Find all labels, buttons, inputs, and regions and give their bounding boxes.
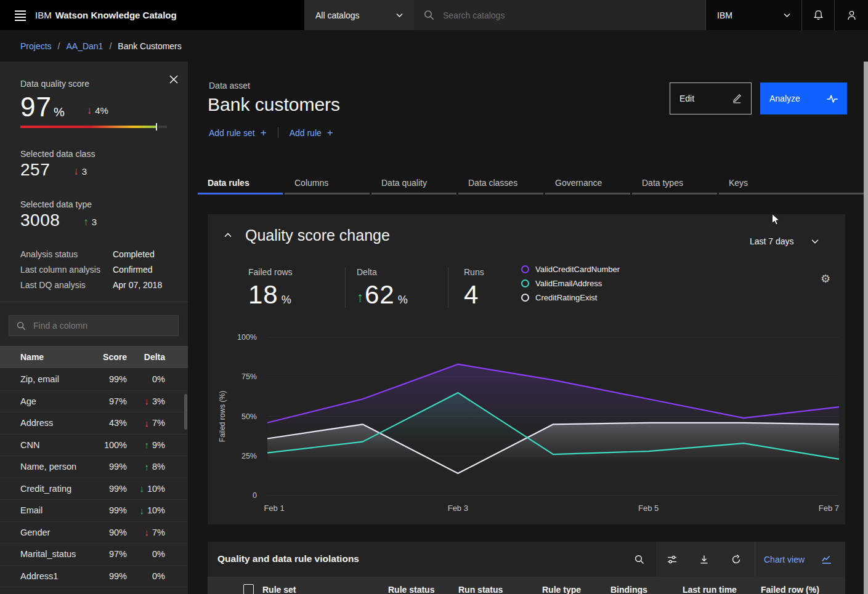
table-row[interactable]: Address43%↓7% <box>0 412 188 434</box>
data-class-value-row: 257 ↓ 3 <box>20 161 87 179</box>
breadcrumb: Projects / AA_Dan1 / Bank Customers <box>0 30 868 62</box>
card-title: Quality score change <box>245 227 390 244</box>
chart-view-toggle[interactable]: Chart view <box>764 542 832 577</box>
violations-column-header: Rule status <box>388 585 434 594</box>
legend-ring <box>521 279 529 287</box>
violations-column-header: Bindings <box>610 585 647 594</box>
table-row[interactable]: Credit_rating99%↓10% <box>0 478 188 500</box>
column-delta: ↓10% <box>127 484 165 494</box>
tab-data-quality[interactable]: Data quality <box>371 173 456 195</box>
legend-item[interactable]: ValidEmailAddress <box>521 279 620 288</box>
delta-value: 7% <box>152 528 165 537</box>
add-rule-link[interactable]: Add rule + <box>290 127 333 138</box>
delta-stat: Delta ↑ 62 % <box>345 267 408 308</box>
breadcrumb-separator: / <box>58 41 60 51</box>
column-name: Age <box>20 396 90 406</box>
table-row[interactable]: Age97%↓3% <box>0 390 188 412</box>
table-row[interactable]: Gender90%↓7% <box>0 521 188 544</box>
delta-value: 7% <box>152 418 165 428</box>
tab-data-rules[interactable]: Data rules <box>198 173 283 195</box>
brand-prefix: IBM <box>35 10 52 20</box>
tab-data-classes[interactable]: Data classes <box>458 173 543 195</box>
column-score: 43% <box>90 418 127 428</box>
find-column-search <box>9 315 179 336</box>
page-title: Bank customers <box>208 94 340 115</box>
add-rule-set-link[interactable]: Add rule set + <box>209 127 267 138</box>
page-scrollbar[interactable] <box>864 62 868 594</box>
status-value: Confirmed <box>113 265 153 275</box>
asset-tabs: Data rulesColumnsData qualityData classe… <box>198 173 868 195</box>
tab-columns[interactable]: Columns <box>285 173 370 195</box>
divider <box>755 542 755 577</box>
runs-stat: Runs 4 <box>448 267 484 308</box>
legend-item[interactable]: CreditRatingExist <box>521 293 620 302</box>
catalog-selector[interactable]: All catalogs <box>304 0 414 30</box>
collapse-chevron-icon[interactable] <box>224 231 235 240</box>
delta-value: 3% <box>152 396 165 406</box>
chevron-down-icon <box>396 12 403 18</box>
violations-column-header: Rule type <box>542 585 581 594</box>
tab-keys[interactable]: Keys <box>719 173 868 195</box>
arrow-up-icon: ↑ <box>357 291 363 304</box>
column-name: Credit_rating <box>20 484 90 494</box>
refresh-icon[interactable] <box>731 555 741 564</box>
tab-governance[interactable]: Governance <box>545 173 630 195</box>
close-icon[interactable] <box>166 72 181 87</box>
account-selector-label: IBM <box>717 10 732 20</box>
data-class-label: Selected data class <box>20 149 95 159</box>
notifications-button[interactable] <box>801 0 834 30</box>
breadcrumb-current: Bank Customers <box>118 41 181 51</box>
chevron-down-icon <box>811 238 819 244</box>
app-brand: IBM Watson Knowledge Catalog <box>35 0 177 30</box>
column-score: 100% <box>90 440 127 450</box>
table-row-partial[interactable] <box>0 587 188 594</box>
table-row[interactable]: Address199%0% <box>0 565 188 587</box>
quality-score-unit: % <box>54 105 65 119</box>
analyze-button[interactable]: Analyze <box>760 82 847 114</box>
data-class-delta: ↓ 3 <box>73 166 87 177</box>
table-row[interactable]: Name, person99%↑8% <box>0 456 188 478</box>
download-icon[interactable] <box>699 555 709 564</box>
failed-rows-stat: Failed rows 18 % <box>248 267 293 308</box>
catalog-selector-label: All catalogs <box>315 10 360 20</box>
tab-label: Keys <box>729 178 748 188</box>
search-catalogs-input[interactable] <box>442 10 666 21</box>
violations-column-header: Run status <box>458 585 503 594</box>
edit-button[interactable]: Edit <box>670 82 752 114</box>
breadcrumb-project-name[interactable]: AA_Dan1 <box>66 41 103 51</box>
table-row[interactable]: Marital_status97%0% <box>0 543 188 565</box>
svg-text:Failed rows (%): Failed rows (%) <box>218 391 227 442</box>
quality-score-value: 97 <box>20 94 52 121</box>
search-icon <box>17 321 26 331</box>
time-range-selector[interactable]: Last 7 days <box>750 236 819 246</box>
column-name: Name, person <box>20 462 90 472</box>
hamburger-menu-icon[interactable] <box>10 5 31 26</box>
account-selector[interactable]: IBM <box>705 0 801 30</box>
sidebar-scrollbar-thumb[interactable] <box>184 394 187 430</box>
gear-icon[interactable]: ⚙ <box>821 273 830 284</box>
person-icon <box>846 10 857 20</box>
svg-text:25%: 25% <box>241 452 257 460</box>
legend-ring <box>521 265 529 273</box>
search-icon[interactable] <box>635 555 644 564</box>
delta-value: 10% <box>147 505 165 515</box>
status-label: Last column analysis <box>20 265 113 275</box>
search-icon <box>424 10 434 20</box>
status-row: Analysis statusCompleted <box>20 246 174 262</box>
table-row[interactable]: Email99%↓10% <box>0 499 188 521</box>
user-profile-button[interactable] <box>834 0 868 30</box>
find-column-input[interactable] <box>32 320 164 331</box>
filter-adjust-icon[interactable] <box>667 555 677 564</box>
quality-score-gradient-bar <box>20 126 156 128</box>
analysis-status-list: Analysis statusCompletedLast column anal… <box>20 246 174 292</box>
select-all-checkbox[interactable] <box>243 584 254 594</box>
plus-icon: + <box>261 127 267 138</box>
table-row[interactable]: CNN100%↑9% <box>0 434 188 456</box>
tab-data-types[interactable]: Data types <box>632 173 717 195</box>
legend-item[interactable]: ValidCreditCardNumber <box>521 265 620 274</box>
tab-label: Columns <box>294 178 328 188</box>
column-name: Gender <box>20 528 90 537</box>
breadcrumb-projects[interactable]: Projects <box>20 41 52 51</box>
column-score: 99% <box>90 484 127 494</box>
table-row[interactable]: Zip, email99%0% <box>0 368 188 390</box>
